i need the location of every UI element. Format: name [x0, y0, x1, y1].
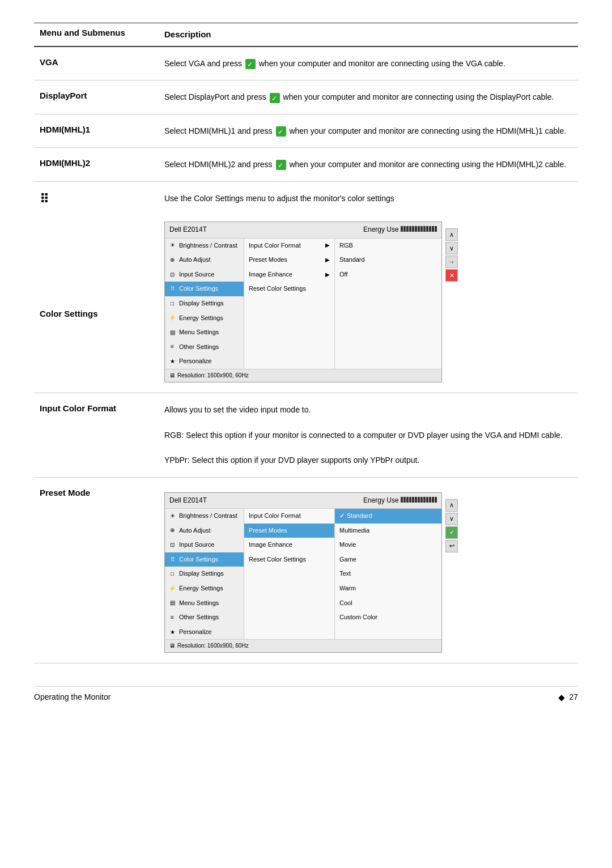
check-icon — [245, 59, 256, 69]
input-icon-2: ⊡ — [168, 541, 176, 549]
energy-icon: ⚡ — [168, 314, 176, 322]
table-header: Menu and Submenus Description — [34, 23, 578, 47]
other-icon: ≡ — [168, 343, 176, 351]
osd-header-2: Dell E2014T Energy Use — [165, 493, 441, 509]
checkmark-icon: ✓ — [339, 511, 345, 521]
osd-middle-menu-2: Input Color Format Preset Modes Image En… — [244, 509, 335, 639]
arrow-icon: ▶ — [325, 256, 330, 265]
other-icon-2: ≡ — [168, 614, 176, 622]
osd-item-brightness-2: ☀ Brightness / Contrast — [165, 509, 244, 524]
osd-mid-preset: Preset Modes ▶ — [244, 253, 334, 267]
osd-item-other-settings: ≡ Other Settings — [165, 340, 244, 355]
nav-back-btn-2[interactable]: ↩ — [445, 540, 458, 552]
color-settings-intro: Use the Color Settings menu to adjust th… — [164, 192, 572, 205]
color-settings-label: Color Settings — [40, 309, 153, 318]
osd-val-standard: Standard — [335, 253, 441, 267]
osd-right-values-2: ✓ Standard Multimedia Movie Game Text Wa… — [335, 509, 441, 639]
desc-vga: Select VGA and press when your computer … — [159, 46, 578, 80]
osd-item-menu-2: ▤ Menu Settings — [165, 596, 244, 611]
main-table: Menu and Submenus Description VGA Select… — [34, 23, 578, 663]
table-row: VGA Select VGA and press when your compu… — [34, 46, 578, 80]
osd-header-1: Dell E2014T Energy Use — [165, 222, 441, 238]
color-icon-2: ⠿ — [168, 556, 176, 564]
arrow-icon: ▶ — [325, 270, 330, 279]
footer-section-label: Operating the Monitor — [34, 692, 110, 701]
color-settings-icon: ⠿ — [40, 192, 49, 207]
osd-val-standard-2: ✓ Standard — [335, 509, 441, 524]
display-icon: □ — [168, 300, 176, 308]
osd-monitor-2: Dell E2014T Energy Use — [164, 488, 442, 653]
input-color-desc1: Allows you to set the video input mode t… — [164, 403, 572, 416]
osd-footer-2: 🖥 Resolution: 1600x900, 60Hz — [165, 639, 441, 652]
menu-preset-mode: Preset Mode — [34, 477, 159, 663]
osd-mid2-reset: Reset Color Settings — [244, 552, 334, 567]
osd-item-color-2: ⠿ Color Settings — [165, 552, 244, 567]
check-icon — [276, 126, 286, 137]
desc-hdmi1: Select HDMI(MHL)1 and press when your co… — [159, 114, 578, 147]
osd-display-1: Dell E2014T Energy Use — [164, 222, 442, 382]
menu-color-settings: ⠿ Color Settings — [34, 181, 159, 393]
osd-left-menu-1: ☀ Brightness / Contrast ⊕ Auto Adjust ⊡ … — [165, 239, 244, 369]
osd-body-2: ☀ Brightness / Contrast ⊕ Auto Adjust ⊡ … — [165, 509, 441, 639]
nav-down-btn[interactable]: ∨ — [445, 242, 458, 254]
osd-middle-menu-1: Input Color Format ▶ Preset Modes ▶ Imag… — [244, 239, 335, 369]
osd-mid-input-color: Input Color Format ▶ — [244, 239, 334, 253]
nav-up-btn-2[interactable]: ∧ — [445, 499, 458, 512]
auto-adjust-icon: ⊕ — [168, 256, 176, 264]
nav-up-btn[interactable]: ∧ — [445, 228, 458, 241]
osd-mid2-input-color: Input Color Format — [244, 509, 334, 524]
osd-val-text: Text — [335, 567, 441, 581]
osd-val-warm: Warm — [335, 581, 441, 596]
monitor-icon-2: 🖥 — [169, 641, 175, 650]
desc-displayport: Select DisplayPort and press when your c… — [159, 80, 578, 114]
desc-hdmi2: Select HDMI(MHL)2 and press when your co… — [159, 148, 578, 181]
osd-title-1: Dell E2014T — [169, 224, 207, 235]
menu-vga: VGA — [34, 46, 159, 80]
star-icon: ★ — [168, 358, 176, 365]
check-icon — [276, 160, 286, 170]
osd-val-custom-color: Custom Color — [335, 610, 441, 625]
menu-displayport: DisplayPort — [34, 80, 159, 114]
input-color-desc2: RGB: Select this option if your monitor … — [164, 429, 572, 441]
nav-down-btn-2[interactable]: ∨ — [445, 513, 458, 525]
table-row: HDMI(MHL)1 Select HDMI(MHL)1 and press w… — [34, 114, 578, 147]
table-row-color-settings: ⠿ Color Settings Use the Color Settings … — [34, 181, 578, 393]
osd-item-auto-2: ⊕ Auto Adjust — [165, 524, 244, 538]
nav-right-btn[interactable]: → — [445, 256, 458, 268]
osd-item-energy-2: ⚡ Energy Settings — [165, 581, 244, 596]
display-icon-2: □ — [168, 570, 176, 578]
osd-val-off: Off — [335, 267, 441, 282]
star-icon-2: ★ — [168, 628, 176, 636]
osd-mid2-preset: Preset Modes — [244, 524, 334, 538]
auto-icon-2: ⊕ — [168, 526, 176, 534]
menu-hdmi2: HDMI(MHL)2 — [34, 148, 159, 181]
nav-check-btn-2[interactable]: ✓ — [445, 526, 458, 539]
osd-val-cool: Cool — [335, 596, 441, 611]
osd-item-display-settings: □ Display Settings — [165, 296, 244, 311]
monitor-icon: 🖥 — [169, 371, 175, 380]
desc-preset-mode: Dell E2014T Energy Use — [159, 477, 578, 663]
table-row: HDMI(MHL)2 Select HDMI(MHL)2 and press w… — [34, 148, 578, 181]
osd-mid-image: Image Enhance ▶ — [244, 267, 334, 282]
osd-item-personalize: ★ Personalize — [165, 354, 244, 369]
brightness-icon-2: ☀ — [168, 512, 176, 520]
osd-item-color-settings: ⠿ Color Settings — [165, 282, 244, 296]
osd-energy-2: Energy Use — [363, 495, 437, 506]
osd-footer-1: 🖥 Resolution: 1600x900, 60Hz — [165, 369, 441, 382]
osd-right-values-1: RGB Standard Off — [335, 239, 441, 369]
desc-color-settings: Use the Color Settings menu to adjust th… — [159, 181, 578, 393]
osd-item-auto-adjust: ⊕ Auto Adjust — [165, 253, 244, 267]
osd-item-display-2: □ Display Settings — [165, 567, 244, 581]
osd-val-multimedia: Multimedia — [335, 524, 441, 538]
menu-input-color-format: Input Color Format — [34, 393, 159, 477]
osd-title-2: Dell E2014T — [169, 495, 207, 506]
osd-display-2: Dell E2014T Energy Use — [164, 492, 442, 653]
osd-left-menu-2: ☀ Brightness / Contrast ⊕ Auto Adjust ⊡ … — [165, 509, 244, 639]
osd-val-rgb: RGB — [335, 239, 441, 253]
osd-item-menu-settings: ▤ Menu Settings — [165, 325, 244, 340]
osd-item-other-2: ≡ Other Settings — [165, 610, 244, 625]
nav-close-btn[interactable]: ✕ — [445, 269, 458, 282]
osd-item-energy-settings: ⚡ Energy Settings — [165, 311, 244, 326]
menu-icon-2: ▤ — [168, 599, 176, 607]
header-menu: Menu and Submenus — [34, 23, 159, 47]
